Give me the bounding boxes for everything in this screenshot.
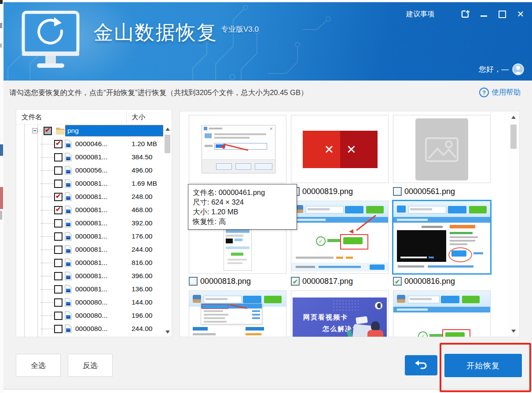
image-file-icon bbox=[64, 258, 72, 267]
selected-folder-highlight[interactable]: png bbox=[65, 125, 163, 136]
image-file-icon bbox=[64, 192, 72, 201]
folder-icon bbox=[55, 127, 65, 135]
back-undo-button[interactable] bbox=[405, 355, 437, 375]
thumbnail-preview: 网页看视频卡 怎么解决? 金山毒霸快速修复 bbox=[293, 298, 387, 337]
tree-file-row[interactable]: 0000081...176.00 bbox=[16, 230, 172, 243]
tree-file-row[interactable]: 0000081...1.69 MB bbox=[16, 177, 172, 190]
file-checkbox[interactable] bbox=[54, 325, 62, 333]
thumbnail-label: 00000816.png bbox=[393, 276, 455, 286]
tree-header: 文件名 大小 bbox=[16, 110, 172, 125]
tree-scrollbar[interactable] bbox=[163, 124, 172, 337]
thumbnail-tile-search-dropdown[interactable] bbox=[189, 290, 286, 337]
file-checkbox[interactable] bbox=[54, 153, 62, 162]
thumbnail-filename: 00000561.png bbox=[404, 187, 455, 196]
thumbnail-label: 00000817.png bbox=[291, 276, 353, 286]
tree-file-row[interactable]: 0000081...136.00 bbox=[16, 283, 172, 296]
file-checkbox[interactable] bbox=[54, 246, 62, 254]
file-checkbox[interactable] bbox=[54, 193, 62, 201]
help-link[interactable]: ? 使用帮助 bbox=[479, 88, 521, 97]
tree-file-row[interactable]: 0000081...248.00 bbox=[16, 190, 172, 203]
tree-file-row[interactable]: 0000080...144.00 bbox=[16, 296, 172, 309]
app-header: 金山数据恢复 专业版V3.0 建议事项 ✕ 您好，— bbox=[4, 2, 532, 81]
thumbnail-checkbox[interactable] bbox=[189, 277, 198, 286]
file-name: 0000081... bbox=[75, 193, 122, 201]
scroll-down-arrow[interactable] bbox=[163, 328, 172, 336]
maximize-button[interactable] bbox=[497, 9, 507, 19]
tree-file-row[interactable]: 0000081...816.00 bbox=[16, 256, 172, 269]
image-file-icon bbox=[64, 272, 72, 280]
scroll-up-arrow[interactable] bbox=[163, 125, 172, 133]
edition-label: 专业版V3.0 bbox=[221, 24, 259, 34]
file-checkbox[interactable] bbox=[54, 219, 62, 228]
thumbnail-tile-fix-result[interactable]: ✓ bbox=[291, 201, 389, 274]
file-name: 0000081... bbox=[75, 232, 122, 240]
file-checkbox[interactable] bbox=[54, 285, 62, 294]
file-checkbox[interactable] bbox=[54, 166, 62, 175]
thumbnail-tile-run-dialog[interactable]: ✕ bbox=[189, 115, 286, 183]
tree-folder-row[interactable]: png bbox=[16, 124, 172, 137]
tree-file-row[interactable]: 0000080...196.00 bbox=[16, 309, 172, 322]
thumbnail-label: 00000561.png bbox=[393, 186, 455, 197]
thumbnail-tile-banner[interactable]: 网页看视频卡 怎么解决? 金山毒霸快速修复 bbox=[291, 290, 389, 337]
file-size: 816.00 bbox=[132, 259, 166, 267]
share-feedback-icon[interactable] bbox=[460, 9, 470, 19]
thumbnail-checkbox[interactable] bbox=[291, 277, 300, 286]
column-header-size: 大小 bbox=[132, 113, 145, 122]
file-checkbox[interactable] bbox=[54, 259, 62, 267]
window-controls: 建议事项 ✕ bbox=[406, 9, 526, 19]
thumbnail-label: 00000818.png bbox=[189, 276, 251, 286]
tree-file-row[interactable]: 0000081...384.50 bbox=[16, 151, 172, 164]
image-file-icon bbox=[64, 140, 72, 148]
file-name: 0000080... bbox=[75, 312, 122, 320]
file-name: 0000081... bbox=[75, 285, 122, 293]
tree-file-row[interactable]: 0000081...244.00 bbox=[16, 243, 172, 256]
scroll-down-arrow[interactable] bbox=[509, 327, 518, 335]
tree-file-row[interactable]: 0000056...496.00 bbox=[16, 164, 172, 177]
image-file-icon bbox=[64, 179, 72, 188]
file-checkbox[interactable] bbox=[54, 298, 62, 307]
thumbnail-label: 00000819.png bbox=[291, 186, 353, 197]
thumbnail-tile-video-page[interactable] bbox=[393, 201, 491, 274]
file-size: 1.20 MB bbox=[132, 140, 166, 148]
file-size: 196.00 bbox=[132, 312, 166, 320]
file-checkbox[interactable] bbox=[54, 140, 62, 148]
thumbnail-tile-placeholder[interactable] bbox=[393, 115, 491, 183]
grid-scrollbar[interactable] bbox=[509, 112, 518, 336]
tree-file-row[interactable]: 0000081...396.00 bbox=[16, 269, 172, 283]
tree-file-row[interactable]: 0000080...244.00 bbox=[16, 322, 172, 335]
file-checkbox[interactable] bbox=[54, 206, 62, 214]
thumbnail-tile-red-x[interactable]: ✕✕ bbox=[291, 115, 389, 183]
file-name: 0000056... bbox=[75, 166, 122, 174]
file-checkbox[interactable] bbox=[54, 312, 62, 320]
tree-file-row[interactable]: 0000046...1.20 MB bbox=[16, 137, 172, 151]
file-name: 0000081... bbox=[75, 153, 122, 161]
file-name: 0000081... bbox=[75, 246, 122, 253]
thumbnail-filename: 00000818.png bbox=[200, 277, 251, 286]
folder-checkbox[interactable] bbox=[44, 127, 52, 135]
suggestions-link[interactable]: 建议事项 bbox=[406, 10, 434, 19]
collapse-toggle-icon[interactable] bbox=[32, 128, 37, 133]
file-name: 0000046... bbox=[75, 140, 122, 148]
minimize-button[interactable] bbox=[478, 9, 489, 19]
select-all-button[interactable]: 全选 bbox=[16, 354, 61, 377]
file-checkbox[interactable] bbox=[54, 232, 62, 241]
thumbnail-checkbox[interactable] bbox=[393, 187, 402, 196]
scroll-up-arrow[interactable] bbox=[509, 113, 518, 121]
thumbnail-tile-fix-result-2[interactable]: ✓ bbox=[393, 290, 491, 337]
start-recovery-button[interactable]: 开始恢复 bbox=[444, 354, 522, 377]
file-size: 384.50 bbox=[132, 153, 166, 161]
invert-selection-button[interactable]: 反选 bbox=[68, 354, 113, 377]
file-size: 244.00 bbox=[132, 246, 166, 253]
help-link-label: 使用帮助 bbox=[492, 88, 521, 97]
scroll-thumb[interactable] bbox=[510, 125, 517, 149]
file-name: 0000081... bbox=[75, 219, 122, 227]
tree-file-row[interactable]: 0000081...468.00 bbox=[16, 203, 172, 217]
scroll-thumb[interactable] bbox=[165, 135, 170, 153]
tree-file-row[interactable]: 0000081...392.00 bbox=[16, 217, 172, 230]
user-avatar-icon[interactable] bbox=[512, 63, 524, 75]
file-size: 1.69 MB bbox=[132, 180, 166, 187]
file-checkbox[interactable] bbox=[54, 180, 62, 188]
close-button[interactable]: ✕ bbox=[515, 9, 526, 19]
thumbnail-checkbox[interactable] bbox=[393, 277, 402, 286]
file-checkbox[interactable] bbox=[54, 272, 62, 280]
